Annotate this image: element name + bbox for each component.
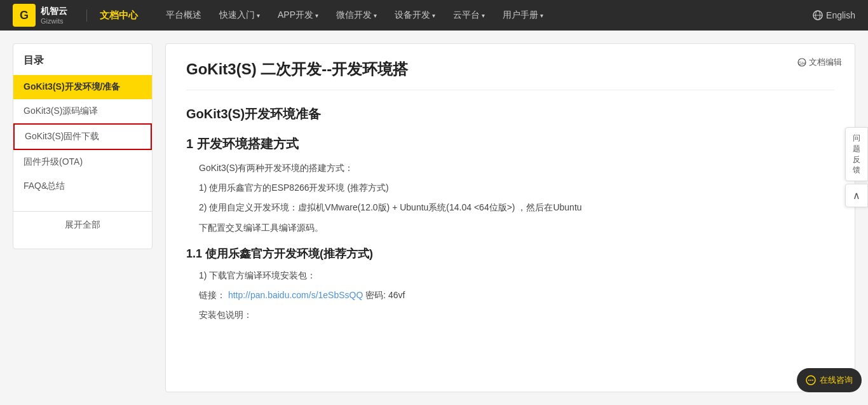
svg-point-10 [812, 380, 813, 381]
svg-text:GH: GH [798, 60, 806, 66]
section1-title: GoKit3(S)开发环境准备 [186, 106, 834, 123]
method2-text-line1: 2) 使用自定义开发环境：虚拟机VMware(12.0版) + Ubuntu系统… [186, 200, 834, 216]
section2-title: 1 开发环境搭建方式 [186, 135, 834, 153]
chevron-down-icon: ▾ [257, 12, 260, 19]
svg-point-8 [808, 380, 810, 381]
sidebar-item-faq[interactable]: FAQ&总结 [13, 174, 152, 198]
right-panel: 问题反馈 ∧ [845, 127, 868, 207]
page-title: GoKit3(S) 二次开发--开发环境搭 [186, 59, 834, 90]
chat-label: 在线咨询 [820, 374, 853, 386]
sidebar-item-env-prep[interactable]: GoKit3(S)开发环境/准备 [13, 75, 152, 99]
navbar: G 机智云 Gizwits 文档中心 平台概述 快速入门 ▾ APP开发 ▾ 微… [0, 0, 868, 31]
download-link[interactable]: http://pan.baidu.com/s/1eSbSsQQ [228, 290, 363, 300]
svg-point-9 [810, 380, 811, 381]
section3-title: 1.1 使用乐鑫官方开发环境(推荐方式) [186, 246, 834, 261]
link-password-text: 密码: 46vf [365, 290, 405, 300]
sidebar-item-firmware-download[interactable]: GoKit3(S)固件下载 [13, 123, 152, 150]
chat-widget[interactable]: 在线咨询 [797, 368, 862, 392]
chevron-down-icon: ▾ [432, 12, 435, 19]
docs-center-label[interactable]: 文档中心 [86, 10, 138, 22]
logo-icon: G [13, 4, 36, 27]
nav-item-device[interactable]: 设备开发 ▾ [386, 0, 444, 31]
install-note: 安装包说明： [186, 307, 834, 323]
nav-menu: 平台概述 快速入门 ▾ APP开发 ▾ 微信开发 ▾ 设备开发 ▾ 云平台 ▾ … [157, 0, 813, 31]
globe-icon [813, 10, 823, 20]
main-content: GH 文档编辑 GoKit3(S) 二次开发--开发环境搭 GoKit3(S)开… [165, 43, 855, 392]
expand-all-button[interactable]: 展开全部 [13, 211, 152, 238]
nav-item-quickstart[interactable]: 快速入门 ▾ [210, 0, 269, 31]
sidebar-item-ota[interactable]: 固件升级(OTA) [13, 150, 152, 174]
intro-text: GoKit3(S)有两种开发环境的搭建方式： [186, 160, 834, 176]
feedback-button[interactable]: 问题反馈 [845, 127, 868, 181]
link-prefix-text: 链接： [199, 290, 226, 300]
download-link-line: 链接： http://pan.baidu.com/s/1eSbSsQQ 密码: … [186, 287, 834, 303]
sidebar-title: 目录 [13, 54, 152, 75]
nav-item-cloud[interactable]: 云平台 ▾ [444, 0, 494, 31]
svg-text:G: G [20, 9, 29, 22]
step1-label: 1) 下载官方编译环境安装包： [186, 268, 834, 284]
chevron-down-icon: ▾ [482, 12, 485, 19]
sidebar-item-src-compile[interactable]: GoKit3(S)源码编译 [13, 99, 152, 123]
chevron-down-icon: ▾ [540, 12, 543, 19]
nav-item-wechat[interactable]: 微信开发 ▾ [327, 0, 386, 31]
method2-text-line2: 下配置交叉编译工具编译源码。 [186, 220, 834, 236]
page-wrapper: 目录 GoKit3(S)开发环境/准备 GoKit3(S)源码编译 GoKit3… [0, 31, 868, 405]
nav-item-manual[interactable]: 用户手册 ▾ [494, 0, 552, 31]
logo-en-text: Gizwits [41, 17, 67, 25]
logo[interactable]: G 机智云 Gizwits [13, 4, 67, 27]
language-switch[interactable]: English [813, 10, 855, 20]
method1-text: 1) 使用乐鑫官方的ESP8266开发环境 (推荐方式) [186, 180, 834, 196]
chevron-down-icon: ▾ [374, 12, 377, 19]
edit-label: 文档编辑 [809, 57, 842, 68]
edit-doc-link[interactable]: GH 文档编辑 [797, 57, 842, 68]
github-icon: GH [797, 58, 806, 67]
sidebar: 目录 GoKit3(S)开发环境/准备 GoKit3(S)源码编译 GoKit3… [13, 43, 153, 249]
logo-cn-text: 机智云 [41, 6, 67, 17]
english-label: English [826, 10, 855, 20]
chevron-down-icon: ▾ [315, 12, 318, 19]
nav-item-app[interactable]: APP开发 ▾ [269, 0, 327, 31]
nav-item-overview[interactable]: 平台概述 [157, 0, 210, 31]
navbar-right: English [813, 10, 855, 20]
scroll-top-button[interactable]: ∧ [845, 184, 868, 207]
chat-icon [806, 375, 816, 385]
